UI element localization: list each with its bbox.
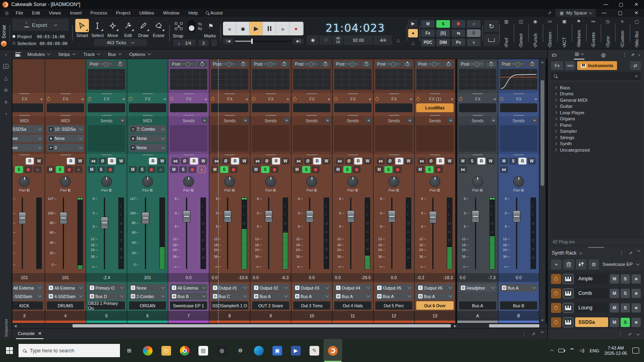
expand-chevron-icon[interactable] (554, 123, 557, 126)
fader-track[interactable] (268, 197, 269, 269)
console-hamburger-icon[interactable] (15, 52, 21, 56)
menu-insert[interactable]: Insert (66, 10, 86, 16)
read-automation-button[interactable]: R (149, 158, 157, 165)
synth-keyboard-button[interactable] (563, 274, 574, 284)
pan-knob[interactable] (513, 176, 524, 187)
fx-slot[interactable] (12, 103, 43, 112)
add-fx-button[interactable]: + (327, 96, 330, 102)
input-echo-icon[interactable]: ∩ (74, 166, 83, 173)
fader-cap[interactable] (347, 210, 355, 222)
channel-number[interactable]: 9 (250, 311, 291, 321)
fader-cap[interactable] (183, 210, 190, 222)
fx-slot[interactable]: LoudMax (416, 103, 454, 112)
scroll-down-arrow[interactable]: ▼ (541, 317, 544, 323)
snap-grid-icon[interactable]: S (172, 20, 185, 33)
cluster-dim-button[interactable]: DIM (436, 39, 450, 46)
synth-freeze-button[interactable]: ∗ (632, 303, 641, 313)
read-automation-button[interactable]: R (231, 158, 239, 165)
write-automation-button[interactable]: W (322, 158, 330, 165)
record-arm-button[interactable] (435, 166, 443, 173)
eq-thumbnail[interactable] (88, 69, 125, 90)
fx-slot[interactable] (88, 103, 125, 112)
panel-close-button[interactable]: ✕ (629, 9, 644, 17)
eq-thumbnail[interactable] (293, 69, 330, 90)
fader-track[interactable] (475, 197, 476, 269)
fx-slot[interactable] (334, 103, 372, 112)
read-automation-button[interactable]: R (272, 158, 280, 165)
cluster-rec-icon[interactable] (452, 20, 465, 28)
input-dropdown[interactable]: IAll Externa (170, 284, 207, 292)
interleave-button[interactable]: ⋈ (377, 158, 385, 165)
strip-power-button[interactable] (527, 61, 537, 67)
expand-chevron-icon[interactable] (554, 117, 557, 120)
snap-count[interactable]: 3 (198, 39, 209, 46)
fx-power-button[interactable] (375, 97, 379, 101)
channel-number[interactable]: 12 (374, 311, 414, 321)
read-automation-button[interactable]: R (67, 158, 75, 165)
sends-area[interactable] (88, 125, 125, 152)
sends-area[interactable] (211, 125, 248, 152)
channel-number[interactable]: 13 (415, 311, 455, 321)
mute-button[interactable]: M (459, 158, 467, 165)
add-fx-button[interactable]: + (493, 96, 496, 102)
add-send-button[interactable]: + (407, 117, 413, 123)
phase-button[interactable]: Ø (222, 158, 230, 165)
write-automation-button[interactable]: W (405, 158, 413, 165)
category-sampler[interactable]: Sampler (551, 128, 641, 135)
midi-dropdown[interactable]: C7: Combo (129, 125, 166, 133)
pan-knob[interactable] (306, 176, 317, 187)
synthrack-collapse-icon[interactable] (637, 249, 640, 252)
category-loop-player[interactable]: Loop Player (551, 109, 641, 116)
output-dropdown[interactable]: OBus A (500, 284, 537, 292)
delete-synth-button[interactable] (564, 259, 574, 269)
module-select[interactable]: ◫Select (514, 18, 528, 48)
category-organs[interactable]: Organs (551, 116, 641, 122)
cluster-shuffle-icon[interactable]: ⇆ (452, 29, 465, 37)
phase-button[interactable]: Ø (427, 158, 435, 165)
add-send-button[interactable]: + (120, 117, 125, 123)
channel-name[interactable]: Out 3 Toms (293, 301, 330, 310)
eq-thumbnail[interactable] (170, 69, 207, 90)
fx-slot[interactable] (375, 103, 413, 112)
expand-icon[interactable]: › (5, 52, 7, 58)
pan-knob[interactable] (60, 176, 71, 187)
fx-power-button[interactable] (88, 97, 91, 101)
add-fx-button[interactable]: + (245, 96, 248, 102)
read-automation-button[interactable]: R (108, 158, 116, 165)
midi-dropdown[interactable]: BNone (47, 134, 84, 142)
module-punch[interactable]: ◉Punch (528, 18, 543, 48)
fx-slot[interactable] (129, 103, 166, 112)
strip-power-button[interactable] (402, 61, 413, 67)
channel-number[interactable]: 6 (127, 311, 168, 321)
midi-dropdown[interactable]: None (12, 134, 43, 142)
metronome-icon[interactable]: △ (4, 75, 8, 81)
fader-cap[interactable] (101, 217, 108, 229)
read-automation-button[interactable]: R (190, 158, 198, 165)
export-button[interactable]: Export (12, 19, 69, 31)
tab-popout-icon[interactable]: ⇗ (532, 331, 535, 337)
add-fx-button[interactable]: + (368, 96, 372, 102)
tab-collapse-icon[interactable] (541, 329, 544, 333)
input-dropdown[interactable]: IOutput #3 (293, 284, 330, 292)
channel-number[interactable]: 3 (12, 311, 45, 321)
record-arm-button[interactable] (188, 166, 196, 173)
channel-number[interactable]: 10 (291, 311, 332, 321)
sends-area[interactable] (500, 125, 537, 152)
browser-foot-collapse-icon[interactable] (636, 332, 640, 335)
battery-icon[interactable] (558, 349, 564, 352)
fx-power-button[interactable] (47, 97, 50, 101)
add-fx-button[interactable]: + (163, 96, 166, 102)
module-screen[interactable]: ▭Screen (543, 18, 557, 48)
solo-button[interactable]: S (509, 158, 517, 165)
solo-button[interactable]: S (97, 166, 105, 173)
mini-metronome-icon[interactable]: △ (408, 39, 418, 47)
taskbar-clock[interactable]: 7:43 AM2025-12-05 (605, 346, 627, 356)
fx-power-button[interactable] (211, 97, 215, 101)
midi-dropdown[interactable]: P0 (47, 144, 84, 152)
synth-power-button[interactable] (551, 317, 561, 327)
menu-window[interactable]: Window (159, 10, 184, 16)
module-custom[interactable]: ≡Custom (615, 18, 630, 48)
menu-project[interactable]: Project (111, 10, 135, 16)
module-act[interactable]: ▣ACT (557, 18, 572, 48)
synth-mute-button[interactable]: M (610, 274, 619, 284)
